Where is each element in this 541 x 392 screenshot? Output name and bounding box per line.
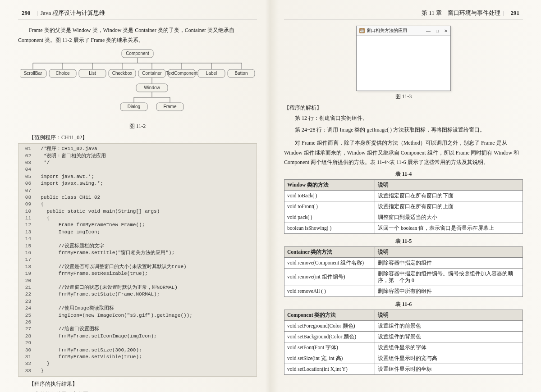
close-icon: ✕: [444, 28, 448, 33]
code-line: 25 imgIcon=(new ImageIcon("s3.gif").getI…: [21, 312, 254, 319]
code-line: 22 frmMyFrame.setState(Frame.NORMAL);: [21, 291, 254, 298]
code-line: 18 //设置是否可以调整窗口的大小(未设置时其默认为true): [21, 264, 254, 270]
code-line: 21 //设置窗口的状态(未设置时默认为正常，即NORMAL): [21, 284, 254, 291]
table-row: void setFont(Font 字体)设置组件显示的字体: [284, 342, 523, 353]
analysis-line-2: 第 24~28 行：调用 Image 类的 getImage( ) 方法获取图标…: [284, 125, 523, 135]
table-11-5: Container 类的方法说明 void remove(Component 组…: [284, 246, 523, 297]
code-line: 07: [21, 187, 254, 194]
code-line: 33 }: [21, 368, 254, 374]
table-row: void remove(int 组件编号)删除容器中指定的组件编号。编号按照组件…: [284, 268, 523, 286]
th-method: Component 类的方法: [284, 310, 375, 320]
analysis-line-1: 第 12 行：创建窗口实例组件。: [284, 114, 523, 123]
code-line: 15 //设置标题栏的文字: [21, 243, 254, 250]
maximize-icon: □: [436, 28, 439, 33]
code-line: 27 //给窗口设置图标: [21, 326, 254, 333]
svg-text:Frame: Frame: [164, 104, 177, 109]
code-line: 30 frmMyFrame.setSize(300,200);: [21, 347, 254, 354]
svg-text:Window: Window: [144, 85, 160, 90]
minimize-icon: —: [426, 28, 431, 33]
svg-text:List: List: [89, 71, 96, 76]
hierarchy-diagram: Component ScrollBarChoiceListCheckboxCon…: [18, 49, 257, 121]
explain-paragraph: 对 Frame 组件而言，除了本身所提供的方法（Method）可以调用之外，别忘…: [284, 138, 523, 168]
divider: |: [37, 10, 38, 17]
table-caption-4: 表 11-4: [284, 170, 523, 178]
svg-text:Checkbox: Checkbox: [112, 71, 132, 76]
code-line: 03 */: [21, 160, 254, 166]
th-desc: 说明: [375, 310, 523, 320]
coffee-icon: ☕: [359, 28, 365, 33]
table-row: void toBack( )设置指定窗口在所有窗口的下面: [284, 190, 523, 201]
code-line: 02 *说明：窗口相关的方法应用: [21, 153, 254, 160]
code-line: 26: [21, 319, 254, 326]
code-line: 20: [21, 278, 254, 284]
window-title: 窗口相关方法的应用: [367, 27, 426, 34]
example-label: 【范例程序：CH11_02】: [29, 134, 257, 141]
header-left: 290 | Java 程序设计与计算思维: [18, 9, 257, 19]
code-line: 06 import javax.swing.*;: [21, 180, 254, 187]
th-method: Window 类的方法: [284, 179, 375, 190]
page-number: 290: [22, 9, 31, 17]
svg-text:ScrollBar: ScrollBar: [24, 71, 42, 76]
svg-text:Container: Container: [142, 71, 162, 76]
table-caption-6: 表 11-6: [284, 301, 523, 308]
svg-text:TextComponent: TextComponent: [166, 71, 197, 76]
header-right: 第 11 章 窗口环境与事件处理 | 291: [284, 9, 523, 19]
code-line: 09 {: [21, 201, 254, 208]
code-line: 12 Frame frmMyFrame=new Frame();: [21, 222, 254, 228]
code-line: 14: [21, 236, 254, 242]
code-line: 10 public static void main(String[] args…: [21, 208, 254, 215]
code-line: 17: [21, 256, 254, 263]
table-row: void setSize(int 宽, int 高)设置组件显示时的宽与高: [284, 353, 523, 364]
window-screenshot: ☕ 窗口相关方法的应用 — □ ✕: [356, 26, 451, 91]
table-row: void pack( )调整窗口到最适当的大小: [284, 212, 523, 223]
divider: |: [503, 10, 504, 17]
analysis-label: 【程序的解析】: [284, 104, 523, 112]
code-listing: 01 /*程序：CH11_02.java02 *说明：窗口相关的方法应用03 *…: [18, 143, 257, 377]
code-line: 24 //使用Image类读取图标: [21, 305, 254, 312]
table-row: void setForeground(Color 颜色)设置组件的前景色: [284, 320, 523, 331]
svg-text:Label: Label: [206, 71, 217, 76]
th-desc: 说明: [375, 246, 523, 257]
table-row: void remove(Component 组件名称)删除容器中指定的组件: [284, 257, 523, 268]
code-line: 32 }: [21, 360, 254, 367]
code-line: 04: [21, 166, 254, 173]
table-row: void toFront( )设置指定窗口在所有窗口的上面: [284, 201, 523, 212]
table-11-4: Window 类的方法说明 void toBack( )设置指定窗口在所有窗口的…: [284, 179, 523, 234]
code-line: 29: [21, 340, 254, 346]
table-caption-5: 表 11-5: [284, 237, 523, 245]
svg-text:Choice: Choice: [55, 71, 70, 76]
th-method: Container 类的方法: [284, 246, 375, 257]
svg-text:Component: Component: [126, 51, 149, 56]
page-left: 290 | Java 程序设计与计算思维 Frame 类的父类是 Window …: [0, 0, 270, 392]
code-line: 13 Image imgIcon;: [21, 229, 254, 236]
table-11-6: Component 类的方法说明 void setForeground(Colo…: [284, 310, 523, 375]
code-line: 28 frmMyFrame.setIconImage(imgIcon);: [21, 333, 254, 340]
chapter-title: 第 11 章 窗口环境与事件处理: [422, 9, 500, 17]
svg-text:Button: Button: [235, 71, 248, 76]
page-right: 第 11 章 窗口环境与事件处理 | 291 ☕ 窗口相关方法的应用 — □ ✕…: [270, 0, 541, 392]
code-line: 16 frmMyFrame.setTitle("窗口相关方法的应用");: [21, 250, 254, 256]
code-line: 19 frmMyFrame.setResizable(true);: [21, 270, 254, 277]
code-line: 31 frmMyFrame.setVisible(true);: [21, 354, 254, 360]
code-line: 11 {: [21, 215, 254, 222]
svg-text:Dialog: Dialog: [128, 104, 140, 109]
intro-paragraph: Frame 类的父类是 Window 类，Window 类是 Container…: [18, 26, 257, 45]
table-row: void setLocation(int X,int Y)设置组件显示时的坐标: [284, 364, 523, 374]
table-row: void removeAll ( )删除容器中所有的组件: [284, 286, 523, 296]
figure-caption-1: 图 11-2: [18, 123, 257, 130]
result-label: 【程序的执行结果】: [29, 380, 257, 388]
code-line: 01 /*程序：CH11_02.java: [21, 146, 254, 152]
figure-caption-2: 图 11-3: [284, 93, 523, 100]
th-desc: 说明: [375, 179, 523, 190]
code-line: 23: [21, 298, 254, 305]
page-number: 291: [511, 9, 520, 17]
code-line: 05 import java.awt.*;: [21, 173, 254, 180]
code-line: 08 public class CH11_02: [21, 194, 254, 201]
table-row: void setBackground(Color 颜色)设置组件的背景色: [284, 331, 523, 342]
result-text: 程序的执行结果可参考图 11-3。: [18, 390, 257, 392]
window-titlebar: ☕ 窗口相关方法的应用 — □ ✕: [357, 26, 450, 36]
table-row: boolean isShowing( )返回一个 boolean 值，表示窗口是…: [284, 223, 523, 233]
book-title: Java 程序设计与计算思维: [41, 9, 105, 17]
